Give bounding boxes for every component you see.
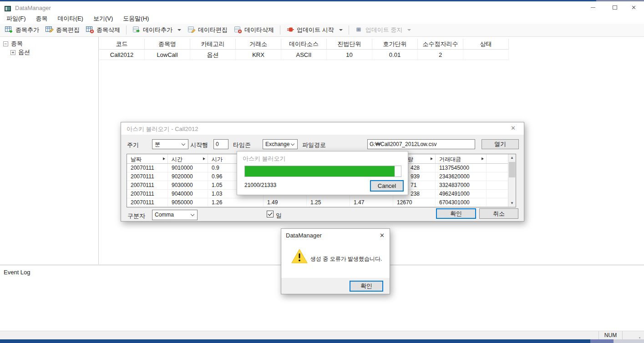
status-bar: NUM [0, 331, 644, 339]
tree-item-symbols[interactable]: − 종목 [3, 40, 23, 48]
col-category[interactable]: 카테고리 [190, 39, 236, 49]
col-tick-unit[interactable]: 호가단위 [372, 39, 418, 49]
chevron-down-icon [291, 142, 294, 146]
col-date[interactable]: 날짜 [127, 154, 168, 163]
progress-cancel-button[interactable]: Cancel [370, 180, 404, 192]
scrollbar-thumb[interactable] [509, 162, 515, 177]
error-message-box: DataManager ✕ 생성 중 오류가 발생했습니다. 확인 [281, 228, 390, 294]
stop-update-button[interactable]: 업데이트 중지 [352, 25, 415, 36]
edit-symbol-button[interactable]: 종목편집 [42, 25, 83, 36]
import-dialog-close-icon[interactable]: ✕ [511, 125, 516, 131]
edit-data-button[interactable]: 데이타편집 [184, 25, 231, 36]
import-cancel-button[interactable]: 취소 [479, 208, 518, 219]
cell-name: LowCall [145, 50, 190, 60]
close-icon: ✕ [631, 5, 636, 10]
start-row-input[interactable]: 0 [213, 139, 228, 149]
menu-bar: 파일(F) 종목 데이타(E) 보기(V) 도움말(H) [0, 14, 644, 24]
menu-view[interactable]: 보기(V) [88, 14, 118, 24]
data-add-icon [132, 26, 141, 35]
cell-code: Call2012 [99, 50, 145, 60]
cell-status [463, 50, 509, 60]
tree-item-options[interactable]: + 옵션 [10, 48, 30, 56]
sort-arrow-icon [203, 157, 205, 160]
stop-update-dropdown-icon[interactable] [407, 29, 411, 31]
start-update-button[interactable]: 업데이트 시작 [283, 25, 346, 36]
start-row-label: 시작행 [190, 141, 208, 149]
maximize-button[interactable] [604, 1, 625, 14]
sort-arrow-icon [482, 157, 484, 160]
resize-grip[interactable] [639, 337, 640, 338]
delete-data-button[interactable]: 데이타삭제 [231, 25, 277, 36]
grid-add-icon [5, 26, 13, 35]
add-data-dropdown-icon[interactable] [177, 29, 181, 31]
toolbar-separator [126, 25, 127, 35]
error-message-text: 생성 중 오류가 발생했습니다. [310, 255, 382, 263]
progress-fill [245, 166, 395, 177]
cell-datasource: ASCII [281, 50, 327, 60]
cell-decimals: 2 [418, 50, 463, 60]
grid-edit-icon [46, 26, 54, 35]
col-decimals[interactable]: 소수점자리수 [418, 39, 463, 49]
symbol-row[interactable]: Call2012 LowCall 옵션 KRX ASCII 10 0.01 2 [99, 50, 509, 60]
add-symbol-button[interactable]: 종목추가 [2, 25, 42, 36]
table-row[interactable]: 20070111 9050000 1.26 1.49 1.25 1.47 126… [127, 198, 516, 207]
col-datasource[interactable]: 데이타소스 [281, 39, 327, 49]
delete-symbol-button[interactable]: 종목삭제 [83, 25, 123, 36]
import-dialog-title: 아스키 불러오기 - Call2012 [127, 125, 198, 133]
add-data-button[interactable]: 데이타추가 [129, 25, 184, 36]
maximize-icon [613, 5, 617, 10]
scroll-down-icon[interactable]: ▼ [508, 200, 516, 207]
sort-arrow-icon [163, 157, 165, 160]
day-checkbox[interactable] [267, 211, 274, 220]
sort-arrow-icon [431, 157, 433, 160]
col-status[interactable]: 상태 [463, 39, 509, 49]
timezone-combobox[interactable]: Exchange [263, 139, 298, 149]
col-name[interactable]: 종목명 [145, 39, 190, 49]
col-time[interactable]: 시간 [168, 154, 208, 163]
bottom-accent-strip [0, 339, 644, 343]
num-lock-indicator: NUM [598, 331, 623, 339]
data-delete-icon [234, 26, 242, 35]
collapse-icon[interactable]: − [3, 41, 8, 46]
menu-symbol[interactable]: 종목 [31, 14, 53, 24]
filepath-label: 파일경로 [302, 141, 326, 149]
cell-tick-unit: 0.01 [372, 50, 418, 60]
col-code[interactable]: 코드 [99, 39, 145, 49]
import-ok-button[interactable]: 확인 [436, 208, 476, 219]
chevron-down-icon [182, 142, 185, 146]
cell-base-unit: 10 [327, 50, 372, 60]
message-box-close-icon[interactable]: ✕ [380, 232, 385, 238]
col-exchange[interactable]: 거래소 [236, 39, 281, 49]
event-log-label: Event Log [4, 269, 30, 276]
progress-status: 21000/21333 [244, 182, 276, 188]
symbol-tree-panel: − 종목 + 옵션 [0, 37, 99, 264]
close-button[interactable]: ✕ [624, 1, 644, 14]
period-combobox[interactable]: 분 [152, 139, 188, 149]
col-base-unit[interactable]: 진법단위 [327, 39, 372, 49]
title-bar: DataManager ✕ [0, 1, 644, 14]
import-dialog-titlebar: 아스키 불러오기 - Call2012 ✕ [121, 122, 524, 135]
app-icon [5, 5, 11, 13]
scroll-up-icon[interactable]: ▲ [508, 154, 516, 161]
delimiter-combobox[interactable]: Comma [152, 210, 198, 220]
progress-dialog: 아스키 불러오기 21000/21333 Cancel [237, 151, 408, 195]
vertical-scrollbar[interactable]: ▲ ▼ [508, 154, 516, 207]
expand-icon[interactable]: + [10, 50, 15, 55]
menu-file[interactable]: 파일(F) [1, 14, 31, 24]
menu-help[interactable]: 도움말(H) [118, 14, 154, 24]
update-stop-icon [355, 26, 363, 35]
datamanager-window: DataManager ✕ 파일(F) 종목 데이타(E) 보기(V) 도움말(… [0, 0, 644, 343]
col-amount[interactable]: 거래대금 [436, 154, 487, 163]
menu-data[interactable]: 데이타(E) [53, 14, 88, 24]
progress-bar [244, 166, 401, 177]
data-edit-icon [188, 26, 196, 35]
filepath-input[interactable]: G:₩Call2007_2012Low.csv [367, 139, 475, 149]
col-filler [487, 154, 507, 163]
minimize-icon [591, 7, 595, 8]
timezone-label: 타임존 [233, 141, 251, 149]
start-update-dropdown-icon[interactable] [339, 29, 343, 31]
open-file-button[interactable]: 열기 [482, 139, 519, 149]
message-ok-button[interactable]: 확인 [350, 281, 383, 292]
message-box-title: DataManager [286, 232, 322, 239]
minimize-button[interactable] [583, 1, 603, 14]
